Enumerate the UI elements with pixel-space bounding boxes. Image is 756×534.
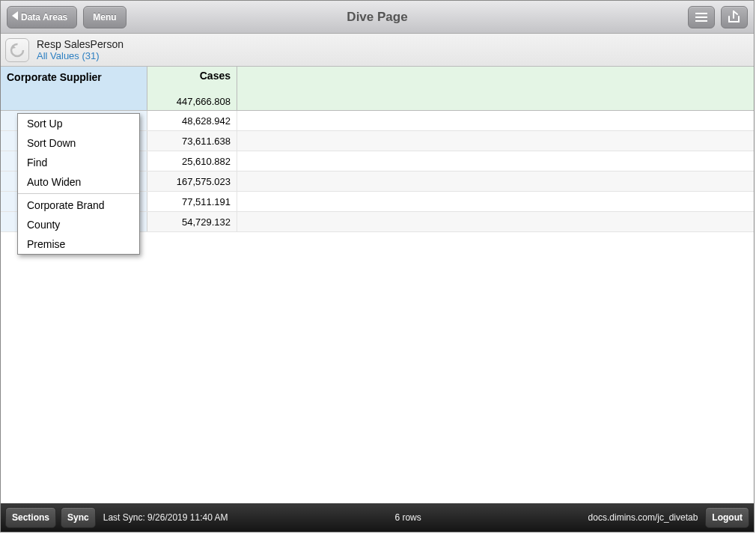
refresh-icon [9, 42, 25, 58]
menu-button-label: Menu [93, 12, 116, 22]
dimension-column-header[interactable]: Corporate Supplier [1, 67, 147, 110]
grid-header-row: Corporate Supplier Cases 447,666.808 [1, 67, 754, 111]
menu-separator [18, 193, 139, 194]
menu-item-sort-up[interactable]: Sort Up [18, 114, 139, 133]
breadcrumb-dimension: Resp SalesPerson [37, 38, 124, 50]
options-button[interactable] [688, 6, 715, 28]
hamburger-icon [695, 13, 707, 22]
measure-cell[interactable]: 25,610.882 [147, 151, 237, 171]
host-text: docs.dimins.com/jc_divetab [588, 512, 698, 523]
logout-button[interactable]: Logout [705, 507, 749, 528]
share-button[interactable] [721, 6, 748, 28]
row-filler [237, 172, 754, 191]
measure-cell[interactable]: 54,729.132 [147, 212, 237, 231]
measure-cell[interactable]: 77,511.191 [147, 192, 237, 211]
measure-cell[interactable]: 73,611.638 [147, 131, 237, 151]
measure-column-label: Cases [200, 70, 231, 82]
menu-item-auto-widen[interactable]: Auto Widen [18, 172, 139, 192]
chevron-left-icon [12, 11, 21, 22]
logout-button-label: Logout [712, 512, 743, 523]
row-filler [237, 131, 754, 151]
row-filler [237, 111, 754, 130]
breadcrumb-item[interactable]: Resp SalesPerson All Values (31) [37, 38, 124, 61]
top-toolbar: Data Areas Menu Dive Page [1, 1, 754, 34]
measure-column-header[interactable]: Cases 447,666.808 [147, 67, 237, 110]
sync-button-label: Sync [67, 512, 89, 523]
last-sync-text: Last Sync: 9/26/2019 11:40 AM [103, 512, 228, 523]
sync-button[interactable]: Sync [61, 507, 96, 528]
refresh-button[interactable] [5, 38, 29, 62]
menu-item-sort-down[interactable]: Sort Down [18, 133, 139, 153]
menu-item-county[interactable]: County [18, 215, 139, 234]
measure-cell[interactable]: 167,575.023 [147, 172, 237, 191]
status-bar: Sections Sync Last Sync: 9/26/2019 11:40… [1, 503, 754, 532]
dimension-column-label: Corporate Supplier [7, 71, 102, 83]
back-button[interactable]: Data Areas [7, 6, 77, 28]
header-filler [237, 67, 754, 110]
back-button-label: Data Areas [21, 12, 67, 22]
row-filler [237, 192, 754, 211]
measure-cell[interactable]: 48,628.942 [147, 111, 237, 130]
sections-button[interactable]: Sections [5, 507, 56, 528]
menu-button[interactable]: Menu [83, 6, 126, 28]
context-menu: Sort Up Sort Down Find Auto Widen Corpor… [17, 113, 140, 255]
row-filler [237, 212, 754, 231]
measure-column-total: 447,666.808 [177, 96, 231, 107]
menu-item-corporate-brand[interactable]: Corporate Brand [18, 195, 139, 215]
breadcrumb-filter: All Values (31) [37, 50, 124, 61]
menu-item-premise[interactable]: Premise [18, 234, 139, 254]
row-filler [237, 151, 754, 171]
sections-button-label: Sections [12, 512, 49, 523]
share-icon [727, 10, 742, 24]
row-count-text: 6 rows [232, 512, 583, 523]
breadcrumb-bar: Resp SalesPerson All Values (31) [1, 34, 754, 67]
menu-item-find[interactable]: Find [18, 153, 139, 172]
